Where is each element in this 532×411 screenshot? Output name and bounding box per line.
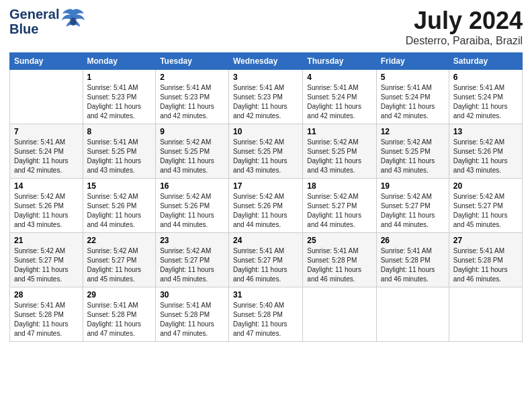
day-info: Sunrise: 5:41 AM Sunset: 5:28 PM Dayligh… [87,301,152,338]
calendar-cell [449,287,522,342]
day-info: Sunrise: 5:41 AM Sunset: 5:24 PM Dayligh… [381,83,445,121]
day-number: 2 [160,73,224,82]
calendar-cell: 19Sunrise: 5:42 AM Sunset: 5:27 PM Dayli… [376,179,449,233]
week-row-3: 14Sunrise: 5:42 AM Sunset: 5:26 PM Dayli… [10,179,523,233]
day-number: 23 [160,236,224,245]
calendar-cell: 22Sunrise: 5:42 AM Sunset: 5:27 PM Dayli… [83,233,156,287]
week-row-5: 28Sunrise: 5:41 AM Sunset: 5:28 PM Dayli… [10,287,523,342]
day-number: 19 [381,181,445,191]
day-header-thursday: Thursday [303,53,376,70]
day-info: Sunrise: 5:41 AM Sunset: 5:28 PM Dayligh… [14,301,79,338]
day-header-saturday: Saturday [449,53,522,70]
day-number: 16 [160,181,224,191]
calendar-cell: 15Sunrise: 5:42 AM Sunset: 5:26 PM Dayli… [83,179,156,233]
calendar-cell: 3Sunrise: 5:41 AM Sunset: 5:23 PM Daylig… [229,70,303,124]
day-info: Sunrise: 5:41 AM Sunset: 5:23 PM Dayligh… [87,83,152,121]
day-number: 10 [233,127,298,136]
calendar-cell [303,287,376,342]
day-info: Sunrise: 5:42 AM Sunset: 5:26 PM Dayligh… [160,192,224,230]
day-info: Sunrise: 5:41 AM Sunset: 5:24 PM Dayligh… [453,83,518,121]
day-header-monday: Monday [83,53,156,70]
day-header-friday: Friday [376,53,449,70]
day-info: Sunrise: 5:41 AM Sunset: 5:23 PM Dayligh… [160,83,224,121]
day-number: 1 [87,73,152,82]
day-info: Sunrise: 5:41 AM Sunset: 5:28 PM Dayligh… [381,246,445,284]
day-number: 3 [233,73,298,82]
day-info: Sunrise: 5:42 AM Sunset: 5:27 PM Dayligh… [160,246,224,284]
calendar-cell [376,287,449,342]
calendar-cell: 31Sunrise: 5:40 AM Sunset: 5:28 PM Dayli… [229,287,303,342]
subtitle: Desterro, Paraiba, Brazil [406,35,523,47]
day-info: Sunrise: 5:41 AM Sunset: 5:27 PM Dayligh… [233,246,298,284]
day-number: 5 [381,73,445,82]
day-info: Sunrise: 5:40 AM Sunset: 5:28 PM Dayligh… [233,301,298,338]
calendar-cell: 26Sunrise: 5:41 AM Sunset: 5:28 PM Dayli… [376,233,449,287]
calendar-cell: 23Sunrise: 5:42 AM Sunset: 5:27 PM Dayli… [156,233,229,287]
calendar-cell: 1Sunrise: 5:41 AM Sunset: 5:23 PM Daylig… [83,70,156,124]
day-number: 12 [381,127,445,136]
day-number: 22 [87,236,152,245]
calendar-cell: 5Sunrise: 5:41 AM Sunset: 5:24 PM Daylig… [376,70,449,124]
day-info: Sunrise: 5:42 AM Sunset: 5:27 PM Dayligh… [381,192,445,230]
page-container: General Blue July 2024 Desterro, Paraiba… [0,0,532,349]
day-number: 27 [453,236,518,245]
title-section: July 2024 Desterro, Paraiba, Brazil [406,7,523,47]
day-info: Sunrise: 5:42 AM Sunset: 5:27 PM Dayligh… [87,246,152,284]
day-number: 17 [233,181,298,191]
day-info: Sunrise: 5:42 AM Sunset: 5:27 PM Dayligh… [307,192,371,230]
calendar-cell: 25Sunrise: 5:41 AM Sunset: 5:28 PM Dayli… [303,233,376,287]
day-number: 8 [87,127,152,136]
day-header-tuesday: Tuesday [156,53,229,70]
calendar-cell: 27Sunrise: 5:41 AM Sunset: 5:28 PM Dayli… [449,233,522,287]
calendar-cell: 16Sunrise: 5:42 AM Sunset: 5:26 PM Dayli… [156,179,229,233]
svg-point-0 [70,17,77,26]
calendar-cell [10,70,83,124]
day-info: Sunrise: 5:41 AM Sunset: 5:24 PM Dayligh… [307,83,371,121]
logo-line1: General [9,7,59,21]
week-row-2: 7Sunrise: 5:41 AM Sunset: 5:24 PM Daylig… [10,124,523,179]
day-number: 31 [233,290,298,300]
logo-bird-icon [61,7,85,36]
day-number: 30 [160,290,224,300]
day-info: Sunrise: 5:41 AM Sunset: 5:28 PM Dayligh… [453,246,518,284]
day-info: Sunrise: 5:41 AM Sunset: 5:25 PM Dayligh… [87,138,152,175]
day-number: 26 [381,236,445,245]
calendar-cell: 10Sunrise: 5:42 AM Sunset: 5:25 PM Dayli… [229,124,303,179]
logo-line2: Blue [9,21,59,36]
day-number: 15 [87,181,152,191]
day-number: 20 [453,181,518,191]
day-number: 11 [307,127,371,136]
calendar-cell: 12Sunrise: 5:42 AM Sunset: 5:25 PM Dayli… [376,124,449,179]
days-header-row: SundayMondayTuesdayWednesdayThursdayFrid… [10,53,523,70]
calendar-cell: 4Sunrise: 5:41 AM Sunset: 5:24 PM Daylig… [303,70,376,124]
week-row-1: 1Sunrise: 5:41 AM Sunset: 5:23 PM Daylig… [10,70,523,124]
day-header-sunday: Sunday [10,53,83,70]
day-number: 21 [14,236,79,245]
day-info: Sunrise: 5:42 AM Sunset: 5:26 PM Dayligh… [453,138,518,175]
day-number: 24 [233,236,298,245]
day-info: Sunrise: 5:42 AM Sunset: 5:26 PM Dayligh… [87,192,152,230]
calendar-cell: 6Sunrise: 5:41 AM Sunset: 5:24 PM Daylig… [449,70,522,124]
calendar-cell: 11Sunrise: 5:42 AM Sunset: 5:25 PM Dayli… [303,124,376,179]
day-info: Sunrise: 5:42 AM Sunset: 5:26 PM Dayligh… [233,192,298,230]
day-number: 13 [453,127,518,136]
day-info: Sunrise: 5:41 AM Sunset: 5:23 PM Dayligh… [233,83,298,121]
day-number: 28 [14,290,79,300]
calendar-cell: 17Sunrise: 5:42 AM Sunset: 5:26 PM Dayli… [229,179,303,233]
day-number: 25 [307,236,371,245]
day-info: Sunrise: 5:42 AM Sunset: 5:27 PM Dayligh… [14,246,79,284]
calendar-cell: 8Sunrise: 5:41 AM Sunset: 5:25 PM Daylig… [83,124,156,179]
calendar-cell: 21Sunrise: 5:42 AM Sunset: 5:27 PM Dayli… [10,233,83,287]
calendar-cell: 14Sunrise: 5:42 AM Sunset: 5:26 PM Dayli… [10,179,83,233]
calendar-cell: 24Sunrise: 5:41 AM Sunset: 5:27 PM Dayli… [229,233,303,287]
day-info: Sunrise: 5:41 AM Sunset: 5:24 PM Dayligh… [14,138,79,175]
day-number: 6 [453,73,518,82]
calendar-cell: 2Sunrise: 5:41 AM Sunset: 5:23 PM Daylig… [156,70,229,124]
day-header-wednesday: Wednesday [229,53,303,70]
day-info: Sunrise: 5:42 AM Sunset: 5:26 PM Dayligh… [14,192,79,230]
header: General Blue July 2024 Desterro, Paraiba… [9,7,523,47]
logo: General Blue [9,7,85,36]
day-number: 4 [307,73,371,82]
day-number: 9 [160,127,224,136]
calendar-cell: 7Sunrise: 5:41 AM Sunset: 5:24 PM Daylig… [10,124,83,179]
